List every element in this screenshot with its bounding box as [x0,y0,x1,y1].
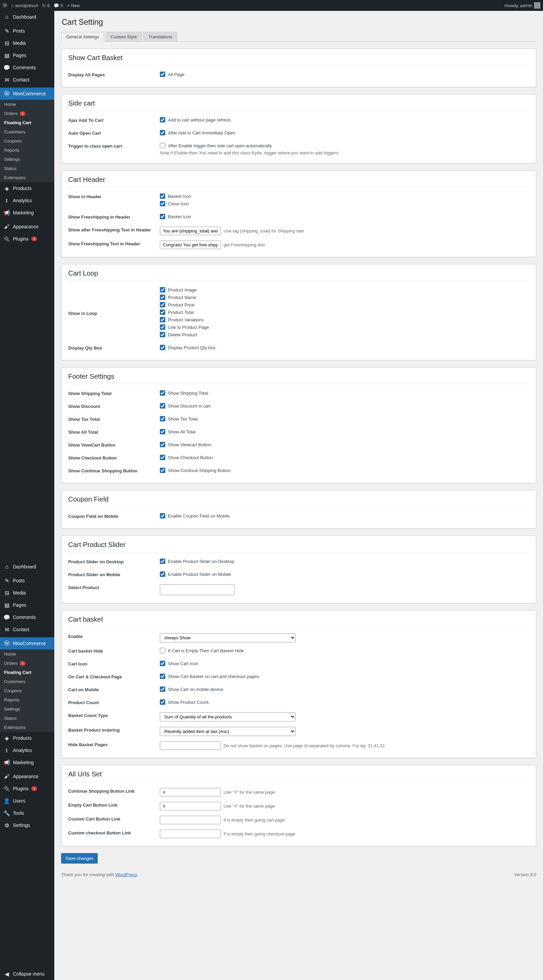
after-freeship-input[interactable] [160,227,221,235]
tab-custom-style[interactable]: Custom Style [105,32,142,42]
new-link[interactable]: +New [67,3,80,8]
menu-dashboard[interactable]: ⌂Dashboard [0,561,54,573]
submenu-floating-cart[interactable]: Floating Cart [0,668,54,677]
submenu-home[interactable]: Home [0,100,54,109]
loop-item-checkbox[interactable] [160,302,165,307]
updates-link[interactable]: ↻6 [42,3,49,8]
submenu-extensions[interactable]: Extensions [0,723,54,732]
menu-products[interactable]: ◈Products [0,182,54,194]
submenu-extensions[interactable]: Extensions [0,173,54,182]
select-product-input[interactable] [160,584,234,595]
menu-woocommerce[interactable]: ⓦWooCommerce [0,88,54,100]
ajax-checkbox[interactable] [160,117,165,123]
loop-item-checkbox[interactable] [160,317,165,322]
hide-checkbox[interactable] [160,648,165,653]
submenu-coupons[interactable]: Coupons [0,686,54,695]
submenu-home[interactable]: Home [0,649,54,659]
loop-item-checkbox[interactable] [160,309,165,315]
menu-pages[interactable]: ▤Pages [0,49,54,61]
menu-dashboard[interactable]: ⌂Dashboard [0,11,54,23]
submenu-customers[interactable]: Customers [0,127,54,137]
footer-checkbox[interactable] [160,429,165,434]
loop-item-checkbox[interactable] [160,294,165,300]
wp-logo[interactable]: ⓦ [3,2,7,8]
menu-contact[interactable]: ✉Contact [0,74,54,86]
trigger-checkbox[interactable] [160,143,165,148]
hide-pages-input[interactable] [160,741,221,750]
menu-users[interactable]: 👤Users [0,795,54,807]
footer-checkbox[interactable] [160,390,165,396]
collapse-menu[interactable]: ◀Collapse menu [0,968,54,980]
custom-cart-link-input[interactable] [160,816,221,824]
qty-checkbox[interactable] [160,345,165,350]
loop-item-checkbox[interactable] [160,332,165,337]
cart-mobile-checkbox[interactable] [160,686,165,692]
menu-posts[interactable]: ✎Posts [0,25,54,37]
count-type-select[interactable]: Sum of Quantity of all the products [160,712,296,721]
custom-checkout-link-input[interactable] [160,830,221,838]
ordering-select[interactable]: Recently added item at last (Asc) [160,727,296,736]
freeship-text-input[interactable] [160,240,221,249]
cart-icon-checkbox[interactable] [160,661,165,666]
menu-tools[interactable]: 🔧Tools [0,807,54,819]
coupon-checkbox[interactable] [160,513,165,519]
submenu-reports[interactable]: Reports [0,695,54,705]
submenu-floating-cart[interactable]: Floating Cart [0,118,54,127]
all-page-checkbox[interactable] [160,72,165,77]
menu-posts[interactable]: ✎Posts [0,574,54,587]
site-link[interactable]: ⌂wordpress4 [11,3,38,8]
auto-open-checkbox[interactable] [160,130,165,135]
menu-appearance[interactable]: 🖌Appearance [0,221,54,233]
menu-settings-menu[interactable]: ⚙Settings [0,819,54,831]
submenu-coupons[interactable]: Coupons [0,137,54,146]
slider-desktop-checkbox[interactable] [160,558,165,564]
tab-general[interactable]: General Settings [61,32,104,42]
submenu-reports[interactable]: Reports [0,146,54,155]
menu-woocommerce[interactable]: ⓦWooCommerce [0,637,54,649]
submenu-customers[interactable]: Customers [0,677,54,686]
menu-pages[interactable]: ▤Pages [0,599,54,611]
checkout-page-checkbox[interactable] [160,674,165,679]
pages-icon: ▤ [3,52,10,59]
empty-cart-link-input[interactable] [160,802,221,810]
loop-item-checkbox[interactable] [160,287,165,293]
footer-checkbox[interactable] [160,403,165,409]
submenu-settings[interactable]: Settings [0,705,54,714]
loop-item-checkbox[interactable] [160,325,165,330]
footer-checkbox[interactable] [160,468,165,473]
submenu-settings[interactable]: Settings [0,155,54,164]
continue-link-input[interactable] [160,788,221,796]
footer-checkbox[interactable] [160,455,165,460]
account-menu[interactable]: Howdy, admin [505,2,540,8]
menu-marketing[interactable]: 📢Marketing [0,207,54,219]
slider-mobile-checkbox[interactable] [160,571,165,577]
freeship-checkbox[interactable] [160,214,165,219]
menu-products[interactable]: ◈Products [0,732,54,744]
footer-checkbox[interactable] [160,442,165,447]
submenu-orders[interactable]: Orders 3 [0,109,54,118]
submenu-status[interactable]: Status [0,714,54,723]
settings-menu-icon: ⚙ [3,822,10,829]
menu-media[interactable]: ⊟Media [0,587,54,599]
submenu-orders[interactable]: Orders 3 [0,659,54,668]
menu-plugins[interactable]: 🔌Plugins 3 [0,233,54,245]
submenu-status[interactable]: Status [0,164,54,173]
menu-marketing[interactable]: 📢Marketing [0,756,54,768]
menu-appearance[interactable]: 🖌Appearance [0,770,54,783]
comments-link[interactable]: 💬0 [54,3,63,8]
product-count-checkbox[interactable] [160,699,165,705]
menu-comments[interactable]: 💬Comments [0,61,54,74]
menu-plugins[interactable]: 🔌Plugins 3 [0,783,54,795]
tab-translations[interactable]: Translations [143,32,177,42]
wordpress-link[interactable]: WordPress [115,872,137,877]
basket-icon-checkbox[interactable] [160,193,165,199]
menu-contact[interactable]: ✉Contact [0,624,54,636]
close-icon-checkbox[interactable] [160,201,165,206]
menu-comments[interactable]: 💬Comments [0,611,54,624]
menu-analytics[interactable]: ⫿Analytics [0,744,54,756]
menu-media[interactable]: ⊟Media [0,37,54,49]
enable-select[interactable]: Always Show [160,633,296,642]
footer-checkbox[interactable] [160,416,165,422]
menu-analytics[interactable]: ⫿Analytics [0,194,54,207]
save-button[interactable]: Save changes [61,853,98,864]
